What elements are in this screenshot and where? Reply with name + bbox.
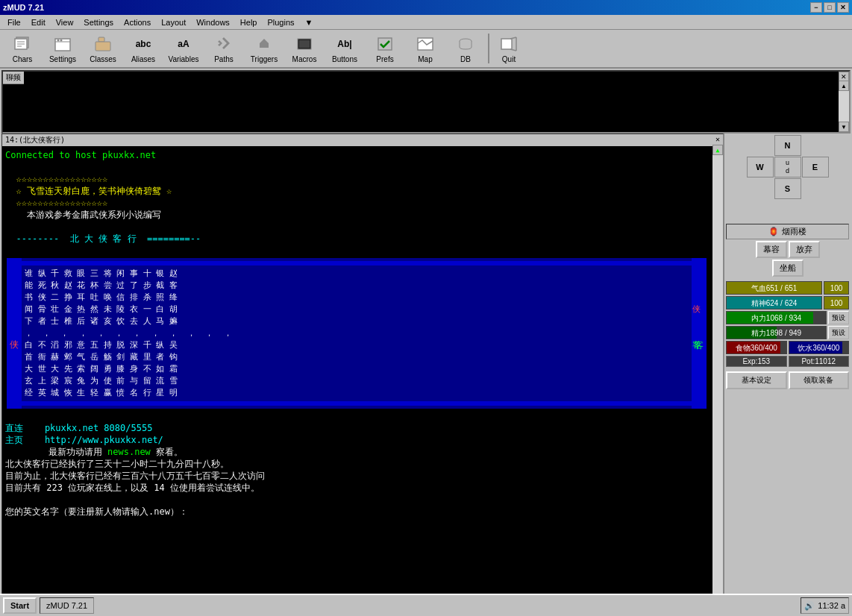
toolbar-separator	[488, 34, 489, 63]
line-empty2	[5, 221, 708, 233]
menu-more[interactable]: ▼	[301, 16, 318, 28]
jingshen-text: 精神624 / 624	[727, 297, 821, 310]
toolbar: Chars Settings Classes abc Aliases aA Va…	[0, 30, 852, 69]
jiben-btn[interactable]: 基本设定	[726, 371, 787, 389]
title-text: zMUD 7.21	[3, 3, 44, 12]
menu-file[interactable]: File	[3, 16, 25, 28]
pot-cell: Pot:11012	[789, 356, 850, 367]
quit-label: Quit	[502, 55, 516, 63]
game-text-area: Connected to host pkuxkx.net ☆☆☆☆☆☆☆☆☆☆☆…	[5, 149, 720, 518]
svg-marker-14	[260, 39, 269, 43]
line-stars2: ☆☆☆☆☆☆☆☆☆☆☆☆☆☆☆☆☆	[5, 197, 708, 209]
menu-edit[interactable]: Edit	[27, 16, 50, 28]
compass-empty3	[747, 178, 774, 199]
menu-settings[interactable]: Settings	[79, 16, 118, 28]
svg-point-7	[57, 40, 60, 42]
poem-line8: 首 衙 赫 邺 气 岳 觞 剑 藏 里 者 钩	[25, 351, 689, 363]
restore-btn[interactable]: □	[824, 2, 836, 13]
bottom-action-row: 基本设定 领取装备	[726, 371, 849, 389]
location-display[interactable]: 🏮 烟雨楼	[726, 224, 849, 239]
scroll-up-btn[interactable]: ▲	[839, 81, 849, 91]
main-layout: 聊频 ✕ ▲ ▼ 14:(北大侠客行) ✕ ▲ ▼ Connected to h…	[0, 69, 852, 616]
compass-east[interactable]: E	[802, 157, 829, 177]
menu-layout[interactable]: Layout	[157, 16, 190, 28]
lingqu-btn[interactable]: 领取装备	[789, 371, 850, 389]
toolbar-settings[interactable]: Settings	[43, 31, 82, 66]
poem-top-bar	[7, 261, 707, 265]
toolbar-triggers[interactable]: Triggers	[245, 31, 284, 66]
fangqi-btn[interactable]: 放弃	[789, 241, 820, 258]
macros-icon	[294, 34, 315, 54]
toolbar-quit[interactable]: Quit	[492, 31, 525, 66]
toolbar-aliases[interactable]: abc Aliases	[124, 31, 163, 66]
toolbar-db[interactable]: DB	[446, 31, 485, 66]
triggers-label: Triggers	[251, 55, 278, 63]
menu-view[interactable]: View	[51, 16, 78, 28]
line-motto: ☆ 飞雪连天射白鹿，笑书神侠倚碧鸳 ☆	[5, 185, 708, 197]
line-direct: 直连 pkuxkx.net 8080/5555	[5, 422, 708, 434]
compass-ud[interactable]: ud	[774, 157, 801, 177]
game-window-close[interactable]: ✕	[715, 135, 720, 145]
taskbar-zmud[interactable]: zMUD 7.21	[40, 597, 94, 614]
compass-north[interactable]: N	[774, 135, 801, 156]
svg-rect-10	[95, 42, 110, 51]
toolbar-variables[interactable]: aA Variables	[164, 31, 203, 66]
system-tray: 🔊 11:32 a	[801, 597, 849, 614]
action-row-1: 幕容 放弃	[726, 241, 849, 258]
jingshen-num: 100	[824, 296, 849, 309]
menu-plugins[interactable]: Plugins	[263, 16, 298, 28]
svg-line-21	[510, 37, 516, 39]
poem-line2: 能 死 秋 赵 花 杯 尝 过 了 步 截 客	[25, 280, 689, 292]
toolbar-map[interactable]: Map	[406, 31, 445, 66]
compass-empty4	[802, 178, 829, 199]
neili-preset-btn[interactable]: 预设	[828, 311, 849, 324]
chars-icon	[12, 34, 33, 54]
poem-line11: 经 英 城 恢 生 轻 赢 愤 名 行 星 明	[25, 387, 689, 399]
triggers-icon	[254, 34, 275, 54]
minimize-btn[interactable]: −	[810, 2, 822, 13]
compass-south[interactable]: S	[774, 178, 801, 199]
mini-window-scroll: ▲ ▼	[839, 81, 849, 132]
toolbar-chars[interactable]: Chars	[3, 31, 42, 66]
title-buttons: − □ ✕	[810, 2, 849, 13]
map-label: Map	[418, 55, 432, 63]
jingli-row: 精力1898 / 949 预设	[726, 326, 849, 339]
line-stars1: ☆☆☆☆☆☆☆☆☆☆☆☆☆☆☆☆☆	[5, 173, 708, 185]
toolbar-prefs[interactable]: Prefs	[366, 31, 404, 66]
compass-empty7	[802, 200, 829, 221]
neili-bar: 内力1068 / 934	[726, 311, 827, 324]
menu-help[interactable]: Help	[236, 16, 262, 28]
action-row-2: 坐船	[726, 260, 849, 277]
toolbar-classes[interactable]: Classes	[84, 31, 122, 66]
paths-icon	[213, 34, 234, 54]
speaker-icon: 🔊	[804, 601, 815, 611]
poem-bottom-bar	[7, 401, 707, 406]
buttons-label: Buttons	[332, 55, 357, 63]
compass-west[interactable]: W	[747, 157, 774, 177]
line-homepage: 主页 http://www.pkuxkx.net/	[5, 434, 708, 446]
toolbar-paths[interactable]: Paths	[204, 31, 243, 66]
menu-actions[interactable]: Actions	[119, 16, 155, 28]
quit-icon	[498, 34, 519, 54]
menu-windows[interactable]: Windows	[192, 16, 234, 28]
game-window-title: 14:(北大侠客行)	[5, 135, 65, 145]
jingli-preset-btn[interactable]: 预设	[828, 326, 849, 339]
system-time: 11:32 a	[818, 601, 845, 610]
exp-cell: Exp:153	[726, 356, 787, 367]
game-window: 14:(北大侠客行) ✕ ▲ ▼ Connected to host pkuxk…	[1, 133, 724, 616]
toolbar-buttons[interactable]: Ab| Buttons	[325, 31, 364, 66]
zuochuan-btn[interactable]: 坐船	[772, 260, 804, 277]
close-btn[interactable]: ✕	[837, 2, 849, 13]
toolbar-macros[interactable]: Macros	[285, 31, 324, 66]
taskbar-zmud-label: zMUD 7.21	[46, 601, 87, 610]
start-button[interactable]: Start	[3, 597, 37, 614]
mini-window-title: 聊频	[3, 72, 24, 84]
scroll-down-btn[interactable]: ▼	[839, 122, 849, 132]
aliases-label: Aliases	[131, 55, 155, 63]
line-empty4	[5, 410, 708, 422]
svg-rect-20	[501, 39, 512, 49]
line-online: 目前共有 223 位玩家在线上，以及 14 位使用着尝试连线中。	[5, 482, 708, 494]
compass-empty2	[802, 135, 829, 156]
svg-rect-9	[98, 37, 104, 42]
meirong-btn[interactable]: 幕容	[756, 241, 787, 258]
